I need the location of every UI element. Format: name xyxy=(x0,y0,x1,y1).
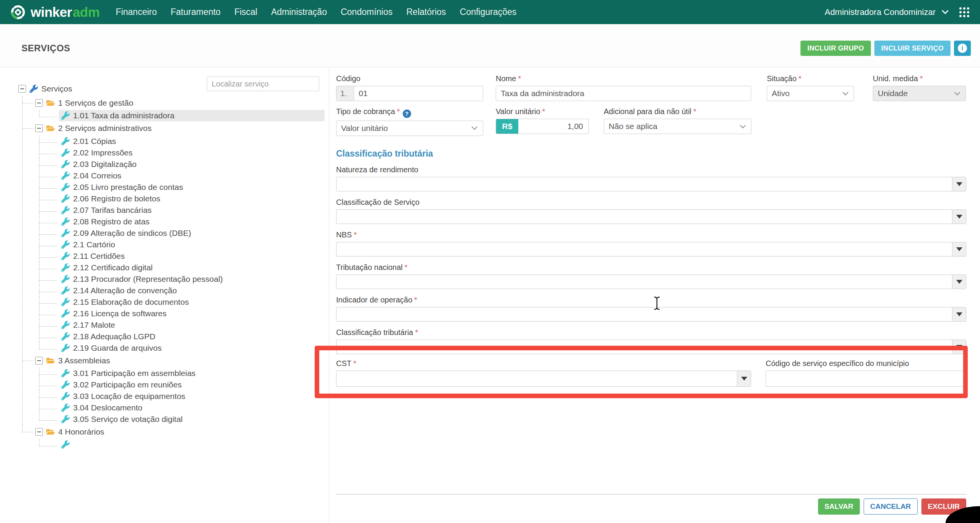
wrench-icon xyxy=(61,206,70,214)
field-classificacao-de-servico: Classificação de Serviço xyxy=(336,198,966,224)
tree-item-2-13-procurador-representacao-pessoal[interactable]: 2.13 Procurador (Representação pessoal) xyxy=(59,273,325,285)
wrench-icon xyxy=(61,263,70,272)
classificacao-de-servico-select[interactable] xyxy=(336,209,966,224)
nav-item-configuracoes[interactable]: Configurações xyxy=(460,7,516,17)
tree-item-label: 3.05 Serviço de votação digital xyxy=(73,415,183,424)
page-header-actions: INCLUIR GRUPO INCLUIR SERVIÇO xyxy=(800,41,971,56)
field-label: Classificação tributária* xyxy=(336,328,966,337)
tree-group-label[interactable]: 3 Assembleias xyxy=(58,356,110,365)
tree-item: 2.05 Livro prestação de contas xyxy=(39,181,325,193)
services-tree-panel: Serviços1 Serviços de gestão1.01 Taxa da… xyxy=(0,67,329,523)
nav-item-financeiro[interactable]: Financeiro xyxy=(116,7,157,17)
wrench-icon xyxy=(61,404,70,412)
field-label: Classificação de Serviço xyxy=(336,198,966,207)
tree-item-1-01-taxa-da-administradora[interactable]: 1.01 Taxa da administradora xyxy=(59,110,325,121)
tree-item-2-04-correios[interactable]: 2.04 Correios xyxy=(59,170,325,181)
tree-expander[interactable] xyxy=(35,124,43,132)
tree-item-2-07-tarifas-bancarias[interactable]: 2.07 Tarifas bancárias xyxy=(59,204,325,216)
codigo-municipio-input[interactable] xyxy=(766,371,966,387)
tree-item-2-17-malote[interactable]: 2.17 Malote xyxy=(59,319,325,331)
nav-item-condominios[interactable]: Condomínios xyxy=(341,7,393,17)
nome-input[interactable]: Taxa da administradora xyxy=(496,86,751,101)
field-valor-unitario: Valor unitário* R$ 1,00 xyxy=(496,107,589,134)
tree-item-3-03-locacao-de-equipamentos[interactable]: 3.03 Locação de equipamentos xyxy=(59,391,325,402)
nav-item-relatorios[interactable]: Relatórios xyxy=(406,7,446,17)
tree-expander[interactable] xyxy=(35,428,43,436)
tree-item-label: 3.03 Locação de equipamentos xyxy=(73,392,185,401)
app-window: winkeradm FinanceiroFaturamentoFiscalAdm… xyxy=(0,0,980,523)
section-title: Classificação tributária xyxy=(336,149,433,159)
tree-group-label[interactable]: 4 Honorários xyxy=(58,427,104,436)
tree-item-2-1-cartorio[interactable]: 2.1 Cartório xyxy=(59,239,325,250)
tree-item: 2.18 Adequação LGPD xyxy=(39,331,325,342)
nbs-select[interactable] xyxy=(336,242,966,257)
nav-item-administracao[interactable]: Administração xyxy=(271,7,327,17)
required-asterisk: * xyxy=(920,74,923,83)
tree-item-2-16-licenca-de-softwares[interactable]: 2.16 Licença de softwares xyxy=(59,308,325,319)
tree-item: 2.12 Certificado digital xyxy=(39,262,325,273)
tree-item-2-18-adequacao-lgpd[interactable]: 2.18 Adequação LGPD xyxy=(59,331,325,342)
tree-item-2-05-livro-prestacao-de-contas[interactable]: 2.05 Livro prestação de contas xyxy=(59,181,325,193)
tree-item: 2.11 Certidões xyxy=(39,250,325,262)
include-group-button[interactable]: INCLUIR GRUPO xyxy=(800,41,871,56)
adicional-select[interactable]: Não se aplica xyxy=(604,119,751,134)
tree-group-label[interactable]: 2 Serviços administrativos xyxy=(58,124,152,133)
include-service-button[interactable]: INCLUIR SERVIÇO xyxy=(874,41,951,56)
tree-item-2-06-registro-de-boletos[interactable]: 2.06 Registro de boletos xyxy=(59,193,325,204)
tree-item-3-04-deslocamento[interactable]: 3.04 Deslocamento xyxy=(59,402,325,413)
tree-group-label[interactable]: 1 Serviços de gestão xyxy=(58,98,133,108)
wrench-icon xyxy=(61,369,70,378)
tree-item: 3.03 Locação de equipamentos xyxy=(39,391,325,402)
logo[interactable]: winkeradm xyxy=(10,4,100,20)
tree-item-2-08-registro-de-atas[interactable]: 2.08 Registro de atas xyxy=(59,216,325,227)
tributacao-nacional-select[interactable] xyxy=(336,275,966,289)
unid-medida-select[interactable]: Unidade xyxy=(873,86,966,101)
tree-item-2-09-alteracao-de-sindicos-dbe[interactable]: 2.09 Alteração de sindicos (DBE) xyxy=(59,227,325,239)
tree-root-label[interactable]: Serviços xyxy=(41,84,72,93)
dropdown-arrow-icon xyxy=(952,210,966,224)
field-situacao: Situação* Ativo xyxy=(767,74,854,101)
cancel-button[interactable]: CANCELAR xyxy=(864,498,918,515)
help-icon[interactable] xyxy=(403,110,411,118)
tree-item-2-02-impressoes[interactable]: 2.02 Impressões xyxy=(59,147,325,159)
situacao-select[interactable]: Ativo xyxy=(767,86,854,101)
natureza-de-rendimento-select[interactable] xyxy=(336,177,966,191)
info-button[interactable] xyxy=(954,41,971,56)
tree-item-3-01-participacao-em-assembleias[interactable]: 3.01 Participação em assembleias xyxy=(59,368,325,379)
tree-item-label: 2.09 Alteração de sindicos (DBE) xyxy=(73,229,191,238)
valor-unitario-input[interactable]: R$ 1,00 xyxy=(496,119,589,134)
indicador-de-operacao-select[interactable] xyxy=(336,307,966,322)
tipo-cobranca-select[interactable]: Valor unitário xyxy=(336,121,483,136)
codigo-input[interactable]: 1. 01 xyxy=(336,86,483,101)
required-asterisk: * xyxy=(414,296,417,304)
classificacao-tributaria-select[interactable] xyxy=(336,340,966,354)
nav-item-fiscal[interactable]: Fiscal xyxy=(234,7,257,17)
account-switcher[interactable]: Administradora Condominizar xyxy=(825,7,936,17)
tree-item-2-03-digitalizacao[interactable]: 2.03 Digitalização xyxy=(59,159,325,170)
dropdown-arrow-icon xyxy=(952,307,966,321)
tree-item-2-12-certificado-digital[interactable]: 2.12 Certificado digital xyxy=(59,262,325,273)
tree-item-3-02-participacao-em-reunioes[interactable]: 3.02 Participação em reuniões xyxy=(59,379,325,391)
chevron-down-icon[interactable] xyxy=(942,10,949,15)
tree-item: 3.05 Serviço de votação digital xyxy=(39,413,325,425)
tree-item-2-19-guarda-de-arquivos[interactable]: 2.19 Guarda de arquivos xyxy=(59,342,325,354)
tree-item-2-01-copias[interactable]: 2.01 Cópias xyxy=(59,136,325,147)
tree-expander[interactable] xyxy=(35,99,43,107)
tree-expander[interactable] xyxy=(35,357,43,364)
tree-item: 2.03 Digitalização xyxy=(39,159,325,170)
form-divider xyxy=(336,494,966,495)
tree-item-cut-off[interactable] xyxy=(59,439,325,450)
cst-select[interactable] xyxy=(336,371,751,387)
wrench-icon xyxy=(61,240,70,249)
save-button[interactable]: SALVAR xyxy=(818,498,860,515)
tree-expander[interactable] xyxy=(18,85,26,93)
tree-item-3-05-servico-de-votacao-digital[interactable]: 3.05 Serviço de votação digital xyxy=(59,413,325,425)
tree-item-2-15-elaboracao-de-documentos[interactable]: 2.15 Elaboração de documentos xyxy=(59,296,325,308)
folder-open-icon xyxy=(46,428,55,436)
nav-item-faturamento[interactable]: Faturamento xyxy=(171,7,220,17)
tree-groups: 1 Serviços de gestão1.01 Taxa da adminis… xyxy=(22,96,325,450)
apps-grid-icon[interactable] xyxy=(959,7,970,18)
tree-item-2-14-alteracao-de-convencao[interactable]: 2.14 Alteração de convenção xyxy=(59,285,325,296)
tree-item-label: 3.02 Participação em reuniões xyxy=(73,380,182,389)
tree-item-2-11-certidoes[interactable]: 2.11 Certidões xyxy=(59,250,325,262)
